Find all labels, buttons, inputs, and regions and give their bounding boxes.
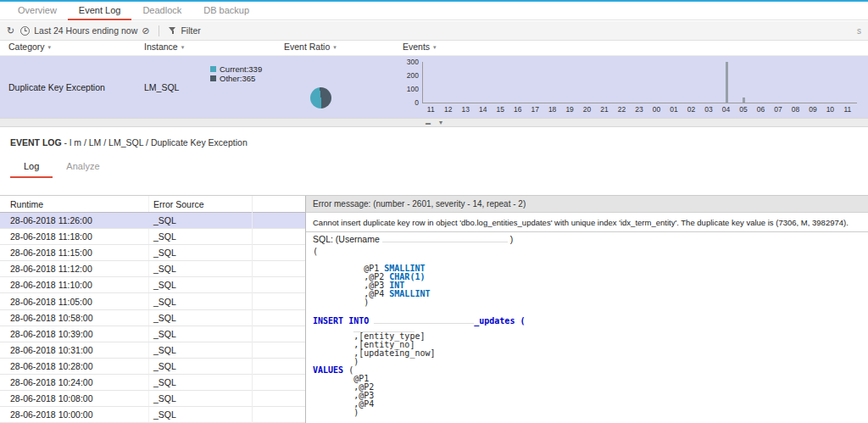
y-axis-tick: 200 — [407, 71, 419, 80]
log-row-error-source: _SQL — [153, 345, 176, 355]
x-axis-tick: 07 — [770, 105, 787, 114]
log-row-error-source: _SQL — [153, 215, 176, 225]
sql-line: ) — [313, 298, 861, 307]
column-header-events[interactable]: Events▾ — [403, 42, 437, 52]
log-row-runtime: 28-06-2018 11:05:00 — [10, 297, 92, 307]
refresh-icon[interactable]: ↻ — [7, 26, 14, 36]
toolbar-right-partial-text: s — [857, 26, 861, 36]
detail-tab-analyze[interactable]: Analyze — [53, 156, 113, 178]
x-axis-tick: 19 — [561, 105, 578, 114]
x-axis: 1112131415161718192021222300010203040506… — [422, 105, 856, 114]
log-row-error-source: _SQL — [153, 409, 176, 420]
event-row[interactable]: Duplicate Key Exception LM_SQL Current:3… — [0, 56, 868, 119]
chevron-down-icon[interactable]: ▾ — [439, 120, 442, 126]
log-row-runtime: 28-06-2018 11:26:00 — [10, 215, 92, 225]
column-header-error-source[interactable]: Error Source — [153, 199, 204, 209]
log-row[interactable]: 28-06-2018 11:18:00_SQL — [0, 229, 305, 245]
log-row-runtime: 28-06-2018 10:00:00 — [10, 409, 93, 420]
filter-button[interactable]: Filter — [169, 25, 200, 36]
log-row-runtime: 28-06-2018 10:28:00 — [10, 361, 93, 371]
x-axis-tick: 16 — [509, 105, 526, 114]
legend-label: Other:365 — [220, 74, 255, 83]
error-message-header: Error message: (number - 2601, severity … — [306, 196, 868, 213]
event-instance: LM_SQL — [144, 82, 179, 92]
log-row[interactable]: 28-06-2018 10:00:00_SQL — [0, 407, 305, 423]
log-row[interactable]: 28-06-2018 11:12:00_SQL — [0, 261, 305, 277]
log-row-error-source: _SQL — [153, 297, 176, 307]
x-axis-tick: 06 — [752, 105, 769, 114]
log-row[interactable]: 28-06-2018 10:28:00_SQL — [0, 359, 305, 375]
legend-item: Other:365 — [210, 74, 262, 83]
sql-line: ( — [313, 248, 861, 256]
log-row-error-source: _SQL — [153, 377, 176, 387]
log-row[interactable]: 28-06-2018 11:10:00_SQL — [0, 277, 305, 293]
x-axis-tick: 13 — [457, 105, 474, 114]
top-tab-deadlock[interactable]: Deadlock — [131, 2, 192, 20]
log-row[interactable]: 28-06-2018 10:39:00_SQL — [0, 326, 305, 342]
top-tab-bar: OverviewEvent LogDeadlockDB backup — [0, 2, 868, 20]
sql-line: ) — [313, 358, 861, 366]
column-header-instance[interactable]: Instance▾ — [144, 42, 184, 52]
column-header-category[interactable]: Category▾ — [8, 42, 51, 52]
error-message-text: Cannot insert duplicate key row in objec… — [306, 213, 868, 231]
x-axis-tick: 11 — [422, 105, 439, 114]
panel-splitter[interactable]: ▬ ▾ — [0, 118, 868, 127]
x-axis-tick: 10 — [821, 105, 838, 114]
x-axis-tick: 17 — [526, 105, 543, 114]
sql-token: ) — [313, 408, 359, 417]
chart-bar — [743, 97, 745, 103]
log-row-error-source: _SQL — [153, 329, 176, 339]
column-header-event-ratio[interactable]: Event Ratio▾ — [284, 42, 337, 52]
log-row[interactable]: 28-06-2018 11:26:00_SQL — [0, 213, 305, 229]
log-row[interactable]: 28-06-2018 10:31:00_SQL — [0, 342, 305, 359]
sql-line: ,@P4 — [313, 400, 861, 409]
error-detail-panel: Error message: (number - 2601, severity … — [306, 196, 868, 423]
x-axis-tick: 14 — [474, 105, 491, 114]
caret-down-icon: ▾ — [181, 44, 185, 50]
sql-line: ,@P2 — [313, 383, 861, 392]
detail-content: Runtime Error Source 28-06-2018 11:26:00… — [0, 195, 868, 423]
top-tab-event-log[interactable]: Event Log — [68, 2, 132, 20]
redacted-text — [382, 234, 508, 242]
events-bar-chart: 3002001000 11121314151617181920212223000… — [400, 58, 865, 116]
caret-down-icon: ▾ — [48, 44, 52, 50]
toolbar: ↻ Last 24 Hours ending now ⊘ Filter s — [0, 21, 868, 41]
top-tab-db-backup[interactable]: DB backup — [192, 2, 260, 20]
column-header-runtime[interactable]: Runtime — [10, 199, 43, 209]
log-row[interactable]: 28-06-2018 10:08:00_SQL — [0, 391, 305, 407]
log-row[interactable]: 28-06-2018 11:05:00_SQL — [0, 293, 305, 309]
splitter-collapse-icon[interactable]: ▬ — [426, 120, 431, 125]
log-row-runtime: 28-06-2018 11:18:00 — [10, 231, 92, 242]
caret-down-icon: ▾ — [333, 44, 337, 50]
x-axis-tick: 05 — [735, 105, 752, 114]
chart-plot-area — [422, 62, 857, 103]
log-row-runtime: 28-06-2018 11:10:00 — [10, 280, 92, 290]
log-row[interactable]: 28-06-2018 11:15:00_SQL — [0, 245, 305, 261]
log-row-runtime: 28-06-2018 10:58:00 — [10, 313, 93, 323]
log-row-runtime: 28-06-2018 11:15:00 — [10, 248, 92, 258]
x-axis-tick: 00 — [648, 105, 665, 114]
log-row[interactable]: 28-06-2018 10:58:00_SQL — [0, 310, 305, 326]
log-row-runtime: 28-06-2018 10:24:00 — [10, 377, 93, 387]
sql-line: ) — [313, 409, 861, 417]
column-header-label: Instance — [144, 42, 178, 52]
time-range-selector[interactable]: Last 24 Hours ending now ⊘ — [20, 25, 149, 36]
breadcrumb: EVENT LOG - l m / LM / LM_SQL / Duplicat… — [10, 137, 248, 147]
sql-token: SMALLINT — [389, 289, 430, 298]
detail-tab-log[interactable]: Log — [10, 156, 53, 178]
x-axis-tick: 04 — [717, 105, 734, 114]
log-rows: 28-06-2018 11:26:00_SQL28-06-2018 11:18:… — [0, 213, 305, 423]
redacted-text — [374, 315, 474, 324]
x-axis-tick: 21 — [596, 105, 613, 114]
toolbar-separator — [159, 25, 159, 36]
column-header-label: Events — [403, 42, 430, 52]
log-row[interactable]: 28-06-2018 10:24:00_SQL — [0, 375, 305, 391]
log-table: Runtime Error Source 28-06-2018 11:26:00… — [0, 196, 306, 423]
sql-line: ,@P4 SMALLINT — [313, 290, 861, 298]
sql-token: ) — [313, 298, 369, 307]
event-category: Duplicate Key Exception — [8, 82, 105, 92]
sql-line — [313, 307, 861, 315]
top-tab-overview[interactable]: Overview — [7, 2, 68, 20]
event-log-app: OverviewEvent LogDeadlockDB backup ↻ Las… — [0, 0, 868, 423]
sql-line: @P1 — [313, 375, 861, 383]
